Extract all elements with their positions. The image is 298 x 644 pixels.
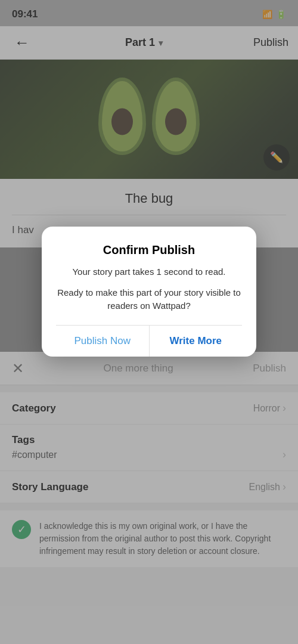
publish-now-button[interactable]: Publish Now [56, 326, 150, 357]
confirm-publish-modal: Confirm Publish Your story part takes 1 … [42, 227, 256, 357]
modal-line2: Ready to make this part of your story vi… [56, 286, 242, 313]
modal-overlay: Confirm Publish Your story part takes 1 … [0, 0, 298, 644]
write-more-button[interactable]: Write More [150, 326, 243, 357]
modal-title: Confirm Publish [56, 243, 242, 257]
modal-line1: Your story part takes 1 second to read. [56, 265, 242, 279]
modal-buttons: Publish Now Write More [56, 325, 242, 357]
